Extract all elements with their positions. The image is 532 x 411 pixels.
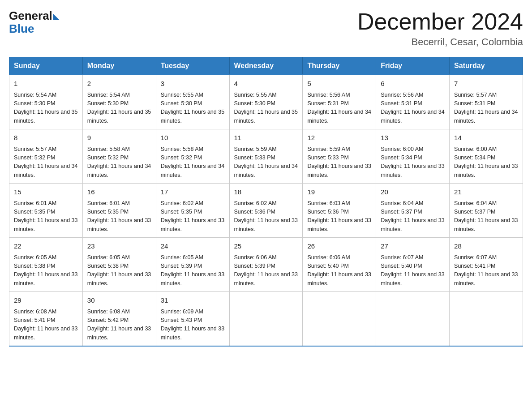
calendar-cell: 12Sunrise: 5:59 AMSunset: 5:33 PMDayligh… [303, 129, 376, 184]
day-number: 19 [307, 187, 371, 197]
calendar-cell: 22Sunrise: 6:05 AMSunset: 5:38 PMDayligh… [9, 238, 83, 292]
calendar-cell: 15Sunrise: 6:01 AMSunset: 5:35 PMDayligh… [9, 184, 83, 238]
day-info: Sunrise: 5:57 AMSunset: 5:32 PMDaylight:… [14, 145, 78, 180]
col-header-wednesday: Wednesday [229, 57, 303, 75]
day-info: Sunrise: 6:05 AMSunset: 5:38 PMDaylight:… [14, 253, 78, 288]
day-info: Sunrise: 6:07 AMSunset: 5:41 PMDaylight:… [454, 253, 518, 288]
calendar-cell [376, 292, 450, 347]
day-info: Sunrise: 6:05 AMSunset: 5:39 PMDaylight:… [161, 253, 225, 288]
day-number: 8 [14, 133, 78, 143]
calendar-cell: 17Sunrise: 6:02 AMSunset: 5:35 PMDayligh… [156, 184, 229, 238]
day-info: Sunrise: 6:02 AMSunset: 5:36 PMDaylight:… [234, 199, 298, 234]
day-info: Sunrise: 6:04 AMSunset: 5:37 PMDaylight:… [454, 199, 518, 234]
day-number: 31 [161, 295, 225, 306]
calendar-cell: 19Sunrise: 6:03 AMSunset: 5:36 PMDayligh… [303, 184, 376, 238]
calendar-cell: 26Sunrise: 6:06 AMSunset: 5:40 PMDayligh… [303, 238, 376, 292]
day-info: Sunrise: 5:58 AMSunset: 5:32 PMDaylight:… [87, 145, 151, 180]
day-number: 3 [161, 79, 225, 89]
calendar-cell: 18Sunrise: 6:02 AMSunset: 5:36 PMDayligh… [229, 184, 303, 238]
calendar-cell [303, 292, 376, 347]
day-number: 7 [454, 79, 518, 89]
logo: General Blue [9, 9, 60, 36]
calendar-cell: 31Sunrise: 6:09 AMSunset: 5:43 PMDayligh… [156, 292, 229, 347]
day-info: Sunrise: 6:04 AMSunset: 5:37 PMDaylight:… [381, 199, 445, 234]
day-number: 30 [87, 295, 151, 306]
day-info: Sunrise: 6:01 AMSunset: 5:35 PMDaylight:… [87, 199, 151, 234]
day-info: Sunrise: 5:55 AMSunset: 5:30 PMDaylight:… [234, 91, 298, 126]
calendar-cell: 8Sunrise: 5:57 AMSunset: 5:32 PMDaylight… [9, 129, 83, 184]
calendar-cell: 10Sunrise: 5:58 AMSunset: 5:32 PMDayligh… [156, 129, 229, 184]
day-number: 27 [381, 241, 445, 252]
title-block: December 2024 Becerril, Cesar, Colombia [357, 9, 523, 48]
calendar-week-row: 29Sunrise: 6:08 AMSunset: 5:41 PMDayligh… [9, 292, 523, 347]
day-info: Sunrise: 5:55 AMSunset: 5:30 PMDaylight:… [161, 91, 225, 126]
day-number: 14 [454, 133, 518, 143]
calendar-cell: 24Sunrise: 6:05 AMSunset: 5:39 PMDayligh… [156, 238, 229, 292]
day-info: Sunrise: 5:54 AMSunset: 5:30 PMDaylight:… [87, 91, 151, 126]
day-number: 23 [87, 241, 151, 252]
calendar-cell: 2Sunrise: 5:54 AMSunset: 5:30 PMDaylight… [82, 75, 156, 129]
day-info: Sunrise: 6:00 AMSunset: 5:34 PMDaylight:… [381, 145, 445, 180]
day-info: Sunrise: 6:09 AMSunset: 5:43 PMDaylight:… [161, 308, 225, 342]
col-header-friday: Friday [376, 57, 450, 75]
calendar-cell: 9Sunrise: 5:58 AMSunset: 5:32 PMDaylight… [82, 129, 156, 184]
day-number: 15 [14, 187, 78, 197]
day-info: Sunrise: 5:57 AMSunset: 5:31 PMDaylight:… [454, 91, 518, 126]
calendar-cell: 13Sunrise: 6:00 AMSunset: 5:34 PMDayligh… [376, 129, 450, 184]
col-header-thursday: Thursday [303, 57, 376, 75]
day-info: Sunrise: 6:06 AMSunset: 5:40 PMDaylight:… [307, 253, 371, 288]
day-info: Sunrise: 6:01 AMSunset: 5:35 PMDaylight:… [14, 199, 78, 234]
calendar-cell: 25Sunrise: 6:06 AMSunset: 5:39 PMDayligh… [229, 238, 303, 292]
calendar-cell: 21Sunrise: 6:04 AMSunset: 5:37 PMDayligh… [450, 184, 523, 238]
day-info: Sunrise: 6:06 AMSunset: 5:39 PMDaylight:… [234, 253, 298, 288]
calendar-cell: 27Sunrise: 6:07 AMSunset: 5:40 PMDayligh… [376, 238, 450, 292]
day-info: Sunrise: 5:56 AMSunset: 5:31 PMDaylight:… [381, 91, 445, 126]
calendar-cell [450, 292, 523, 347]
day-number: 12 [307, 133, 371, 143]
day-info: Sunrise: 5:56 AMSunset: 5:31 PMDaylight:… [307, 91, 371, 126]
day-info: Sunrise: 5:54 AMSunset: 5:30 PMDaylight:… [14, 91, 78, 126]
day-number: 26 [307, 241, 371, 252]
day-number: 20 [381, 187, 445, 197]
calendar-cell: 4Sunrise: 5:55 AMSunset: 5:30 PMDaylight… [229, 75, 303, 129]
day-info: Sunrise: 6:05 AMSunset: 5:38 PMDaylight:… [87, 253, 151, 288]
calendar-header-row: SundayMondayTuesdayWednesdayThursdayFrid… [9, 57, 523, 75]
day-info: Sunrise: 5:58 AMSunset: 5:32 PMDaylight:… [161, 145, 225, 180]
calendar-cell: 28Sunrise: 6:07 AMSunset: 5:41 PMDayligh… [450, 238, 523, 292]
day-info: Sunrise: 5:59 AMSunset: 5:33 PMDaylight:… [307, 145, 371, 180]
day-info: Sunrise: 6:08 AMSunset: 5:42 PMDaylight:… [87, 308, 151, 342]
logo-general-text: General [9, 9, 52, 23]
day-number: 17 [161, 187, 225, 197]
day-number: 29 [14, 295, 78, 306]
day-number: 24 [161, 241, 225, 252]
calendar-cell: 20Sunrise: 6:04 AMSunset: 5:37 PMDayligh… [376, 184, 450, 238]
col-header-sunday: Sunday [9, 57, 83, 75]
day-number: 2 [87, 79, 151, 89]
day-number: 9 [87, 133, 151, 143]
day-number: 11 [234, 133, 298, 143]
calendar-cell: 29Sunrise: 6:08 AMSunset: 5:41 PMDayligh… [9, 292, 83, 347]
logo-arrow-icon [53, 14, 60, 20]
page-header: General Blue December 2024 Becerril, Ces… [9, 9, 523, 48]
day-info: Sunrise: 6:08 AMSunset: 5:41 PMDaylight:… [14, 308, 78, 342]
day-info: Sunrise: 5:59 AMSunset: 5:33 PMDaylight:… [234, 145, 298, 180]
month-title: December 2024 [357, 9, 523, 34]
calendar-cell: 6Sunrise: 5:56 AMSunset: 5:31 PMDaylight… [376, 75, 450, 129]
calendar-cell: 14Sunrise: 6:00 AMSunset: 5:34 PMDayligh… [450, 129, 523, 184]
col-header-tuesday: Tuesday [156, 57, 229, 75]
calendar-cell: 16Sunrise: 6:01 AMSunset: 5:35 PMDayligh… [82, 184, 156, 238]
calendar-cell: 30Sunrise: 6:08 AMSunset: 5:42 PMDayligh… [82, 292, 156, 347]
day-info: Sunrise: 6:02 AMSunset: 5:35 PMDaylight:… [161, 199, 225, 234]
day-number: 22 [14, 241, 78, 252]
day-number: 18 [234, 187, 298, 197]
calendar-week-row: 22Sunrise: 6:05 AMSunset: 5:38 PMDayligh… [9, 238, 523, 292]
calendar-week-row: 8Sunrise: 5:57 AMSunset: 5:32 PMDaylight… [9, 129, 523, 184]
day-number: 5 [307, 79, 371, 89]
location-subtitle: Becerril, Cesar, Colombia [357, 36, 523, 48]
day-number: 21 [454, 187, 518, 197]
day-number: 1 [14, 79, 78, 89]
day-number: 13 [381, 133, 445, 143]
day-number: 28 [454, 241, 518, 252]
calendar-week-row: 1Sunrise: 5:54 AMSunset: 5:30 PMDaylight… [9, 75, 523, 129]
day-number: 4 [234, 79, 298, 89]
